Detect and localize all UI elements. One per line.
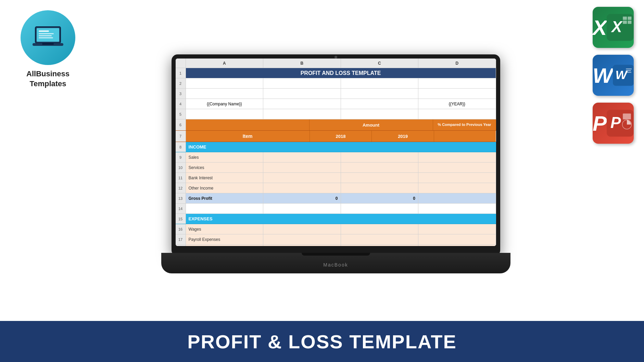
laptop-screen: A B C D 1 PROFIT AND LOSS TEMPLATE (176, 59, 496, 246)
services-cell: Services (186, 163, 264, 172)
sales-pct (418, 152, 496, 162)
title-cell: PROFIT AND LOSS TEMPLATE (186, 68, 496, 78)
item-header-cell (186, 119, 310, 130)
row-9-num: 9 (176, 152, 186, 162)
row-13: 13 Gross Profit 0 0 (176, 193, 496, 204)
row-13-num: 13 (176, 193, 186, 203)
payroll-2018 (263, 234, 341, 244)
pct-header-cell-2 (434, 131, 496, 142)
laptop-brand-label: MacBook (323, 262, 348, 268)
other-pct (418, 183, 496, 193)
year-cell: {{YEAR}} (418, 99, 496, 109)
row-16-num: 16 (176, 224, 186, 234)
expenses-cell: EXPENSES (186, 214, 435, 224)
row-8-num: 8 (176, 142, 186, 152)
laptop-screen-body: A B C D 1 PROFIT AND LOSS TEMPLATE (172, 54, 500, 256)
col-c-header: C (341, 59, 419, 68)
bad-debt-2019 (341, 245, 419, 246)
income-row: 8 INCOME (176, 142, 496, 152)
row-5: 5 (176, 109, 496, 119)
svg-rect-18 (626, 72, 631, 73)
row-11: 11 Bank Interest (176, 173, 496, 183)
row-2-d (418, 78, 496, 88)
svg-rect-3 (39, 33, 54, 34)
brand-logo: AllBusinessTemplates (14, 10, 82, 89)
amount-header-cell: Amount (310, 119, 433, 130)
bank-2018 (263, 173, 341, 183)
pct-header-cell: % Compared to Previous Year (433, 119, 496, 130)
word-icon: W (593, 55, 634, 96)
row-5-b (263, 109, 341, 119)
row-4-c (341, 99, 419, 109)
income-pct-cell (435, 142, 496, 152)
svg-rect-10 (623, 17, 627, 20)
gross-profit-2019: 0 (341, 193, 419, 203)
wages-pct (418, 224, 496, 234)
row-2-num: 2 (176, 78, 186, 88)
svg-rect-7 (42, 43, 54, 45)
bad-debt-2018 (263, 245, 341, 246)
svg-rect-4 (39, 35, 52, 36)
col-headers-row: A B C D (176, 59, 496, 68)
laptop-notch (302, 253, 370, 256)
row-5-c (341, 109, 419, 119)
payroll-2019 (341, 234, 419, 244)
services-2018 (263, 163, 341, 172)
row-11-num: 11 (176, 173, 186, 183)
other-2019 (341, 183, 419, 193)
ppt-svg: P (607, 106, 634, 140)
row-17: 17 Payroll Expenses (176, 234, 496, 245)
svg-text:X: X (611, 18, 623, 36)
row-3-b (263, 89, 341, 99)
row-18: 18 Bad Debt (176, 245, 496, 246)
row-4: 4 {{Company Name}} {{YEAR}} (176, 99, 496, 109)
bank-2019 (341, 173, 419, 183)
gross-profit-pct (418, 193, 496, 203)
svg-rect-1 (37, 28, 59, 42)
row-5-d (418, 109, 496, 119)
col-corner (176, 59, 186, 68)
svg-text:P: P (610, 114, 621, 131)
row-6-num: 6 (176, 119, 186, 130)
row-6-header: 6 Amount % Compared to Previous (176, 119, 496, 131)
svg-rect-12 (623, 21, 627, 24)
laptop-base: MacBook (161, 253, 510, 273)
bottom-banner: PROFIT & LOSS TEMPLATE (0, 321, 644, 362)
year2018-header-cell: 2018 (310, 131, 372, 142)
row-3: 3 (176, 89, 496, 99)
laptop-camera (334, 56, 337, 59)
svg-rect-21 (623, 114, 631, 119)
col-d-header: D (418, 59, 496, 68)
col-a-header: A (186, 59, 264, 68)
row-4-num: 4 (176, 99, 186, 109)
expenses-row: 15 EXPENSES (176, 214, 496, 224)
bank-pct (418, 173, 496, 183)
row-2-b (263, 78, 341, 88)
col-b-header: B (263, 59, 341, 68)
row-14-c (341, 204, 419, 214)
bad-debt-pct (418, 245, 496, 246)
laptop: A B C D 1 PROFIT AND LOSS TEMPLATE (172, 54, 500, 273)
row-14-num: 14 (176, 204, 186, 214)
excel-icon: X (593, 7, 634, 48)
row-5-a (186, 109, 264, 119)
wages-2018 (263, 224, 341, 234)
wages-cell: Wages (186, 224, 264, 234)
row-12-num: 12 (176, 183, 186, 193)
wages-2019 (341, 224, 419, 234)
title-row: 1 PROFIT AND LOSS TEMPLATE (176, 68, 496, 78)
bottom-banner-text: PROFIT & LOSS TEMPLATE (187, 331, 457, 353)
row-3-num: 3 (176, 89, 186, 99)
sales-cell: Sales (186, 152, 264, 162)
year2019-header-cell: 2019 (372, 131, 434, 142)
row-1-num: 1 (176, 68, 186, 78)
svg-rect-13 (628, 21, 632, 24)
row-10-num: 10 (176, 163, 186, 172)
rows-container: 1 PROFIT AND LOSS TEMPLATE 2 (176, 68, 496, 246)
spreadsheet: A B C D 1 PROFIT AND LOSS TEMPLATE (176, 59, 496, 246)
bad-debt-cell: Bad Debt (186, 245, 264, 246)
row-7-num: 7 (176, 131, 186, 142)
row-4-b (263, 99, 341, 109)
services-pct (418, 163, 496, 172)
row-15-num: 15 (176, 214, 186, 224)
